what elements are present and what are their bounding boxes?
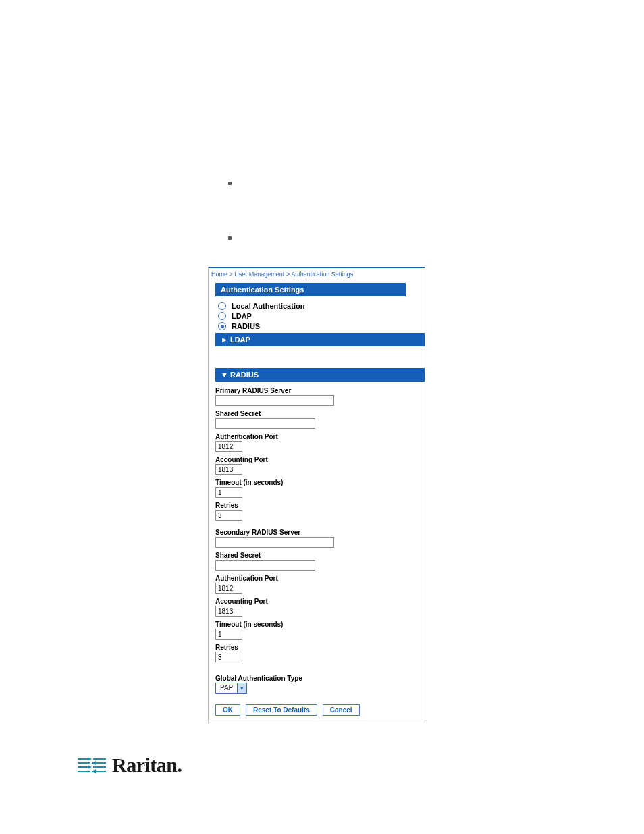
section-ldap-header[interactable]: ► LDAP bbox=[215, 333, 425, 346]
secondary-radius-server-input[interactable] bbox=[215, 537, 334, 548]
radio-local-authentication[interactable]: Local Authentication bbox=[218, 302, 425, 310]
primary-radius-server-input[interactable] bbox=[215, 395, 334, 406]
section-radius-header[interactable]: ▼ RADIUS bbox=[215, 368, 425, 382]
shared-secret-2-input[interactable] bbox=[215, 560, 315, 571]
primary-radius-server-label: Primary RADIUS Server bbox=[215, 387, 425, 394]
breadcrumb-sep: > bbox=[286, 271, 290, 278]
authentication-settings-screenshot: Home > User Management > Authentication … bbox=[208, 267, 425, 723]
breadcrumb-authentication-settings[interactable]: Authentication Settings bbox=[291, 271, 353, 278]
accounting-port-2-label: Accounting Port bbox=[215, 598, 425, 605]
panel-title: Authentication Settings bbox=[215, 283, 406, 296]
raritan-logo-text: Raritan. bbox=[112, 754, 182, 777]
ok-button[interactable]: OK bbox=[215, 704, 240, 716]
accounting-port-label: Accounting Port bbox=[215, 456, 425, 463]
radio-radius[interactable]: RADIUS bbox=[218, 322, 425, 330]
authentication-port-label: Authentication Port bbox=[215, 433, 425, 440]
svg-marker-2 bbox=[88, 765, 92, 769]
retries-label: Retries bbox=[215, 502, 425, 509]
svg-marker-3 bbox=[92, 769, 96, 773]
radio-label: LDAP bbox=[232, 312, 252, 320]
shared-secret-2-label: Shared Secret bbox=[215, 552, 425, 559]
radio-label: RADIUS bbox=[232, 322, 260, 330]
svg-marker-0 bbox=[88, 757, 92, 761]
select-value: PAP bbox=[216, 683, 237, 693]
authentication-port-input[interactable] bbox=[215, 441, 242, 452]
secondary-radius-server-label: Secondary RADIUS Server bbox=[215, 529, 425, 536]
breadcrumb-home[interactable]: Home bbox=[211, 271, 227, 278]
timeout-2-input[interactable] bbox=[215, 629, 242, 640]
radio-ldap[interactable]: LDAP bbox=[218, 312, 425, 320]
bullet-icon bbox=[228, 236, 232, 240]
breadcrumb: Home > User Management > Authentication … bbox=[209, 267, 425, 283]
retries-2-label: Retries bbox=[215, 644, 425, 651]
retries-2-input[interactable] bbox=[215, 652, 242, 662]
accounting-port-2-input[interactable] bbox=[215, 606, 242, 617]
breadcrumb-sep: > bbox=[230, 271, 233, 278]
global-authentication-type-select[interactable]: PAP ▾ bbox=[215, 683, 247, 694]
radio-icon bbox=[218, 312, 226, 320]
raritan-logo: Raritan. bbox=[76, 754, 182, 777]
radio-icon bbox=[218, 322, 226, 330]
shared-secret-label: Shared Secret bbox=[215, 410, 425, 417]
global-authentication-type-label: Global Authentication Type bbox=[215, 675, 425, 682]
authentication-port-2-input[interactable] bbox=[215, 583, 242, 594]
accounting-port-input[interactable] bbox=[215, 464, 242, 475]
timeout-input[interactable] bbox=[215, 487, 242, 498]
timeout-2-label: Timeout (in seconds) bbox=[215, 621, 425, 628]
breadcrumb-user-management[interactable]: User Management bbox=[234, 271, 284, 278]
chevron-down-icon: ▾ bbox=[237, 683, 246, 693]
svg-marker-1 bbox=[92, 761, 96, 765]
retries-input[interactable] bbox=[215, 510, 242, 521]
radio-label: Local Authentication bbox=[232, 302, 304, 310]
timeout-label: Timeout (in seconds) bbox=[215, 479, 425, 486]
shared-secret-input[interactable] bbox=[215, 418, 315, 429]
reset-to-defaults-button[interactable]: Reset To Defaults bbox=[246, 704, 317, 716]
raritan-logo-icon bbox=[76, 755, 108, 775]
authentication-port-2-label: Authentication Port bbox=[215, 575, 425, 582]
radio-icon bbox=[218, 302, 226, 310]
bullet-icon bbox=[228, 182, 232, 185]
cancel-button[interactable]: Cancel bbox=[323, 704, 360, 716]
